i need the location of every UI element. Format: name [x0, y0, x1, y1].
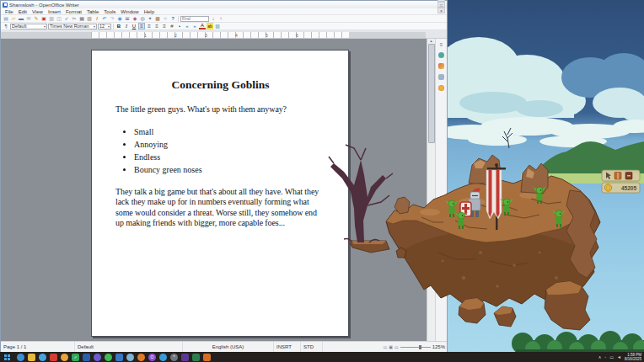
- taskbar-app-12[interactable]: [137, 354, 145, 361]
- taskbar-app-8[interactable]: [94, 354, 101, 361]
- taskbar-app-9[interactable]: [105, 354, 112, 361]
- taskbar-app-1[interactable]: [17, 354, 24, 361]
- taskbar-app-17[interactable]: [192, 354, 200, 361]
- taskbar: ✓O* ∧ ▪▭◄ 1:58 PM 8/16/2025: [0, 352, 644, 362]
- start-button[interactable]: [0, 352, 13, 362]
- taskbar-clock[interactable]: 1:58 PM 8/16/2025: [625, 353, 641, 361]
- system-tray: ∧ ▪▭◄ 1:58 PM 8/16/2025: [598, 353, 644, 361]
- taskbar-apps: ✓O*: [13, 354, 211, 361]
- volume-icon[interactable]: ◄: [617, 355, 621, 359]
- desktop: Shamslosh - OpenOffice Writer –□× FileEd…: [0, 0, 644, 362]
- taskbar-app-7[interactable]: [83, 354, 90, 361]
- taskbar-app-10[interactable]: [115, 354, 123, 361]
- dead-tree: [329, 145, 393, 253]
- file-explorer-icon[interactable]: [28, 354, 35, 361]
- clock-date: 8/16/2025: [625, 357, 641, 361]
- display-icon[interactable]: ▭: [609, 355, 614, 359]
- taskbar-app-16[interactable]: [181, 354, 189, 361]
- tray-app-icon[interactable]: ▪: [605, 355, 607, 359]
- coin-count: 45205: [621, 185, 636, 191]
- taskbar-app-3[interactable]: [39, 354, 46, 361]
- game-overlay[interactable]: 45205: [0, 0, 644, 352]
- taskbar-app-14[interactable]: [159, 354, 167, 361]
- windows-logo-icon: [4, 354, 10, 360]
- taskbar-app-18[interactable]: [203, 354, 211, 361]
- taskbar-app-6[interactable]: ✓: [72, 354, 79, 361]
- taskbar-app-13[interactable]: O: [148, 354, 156, 361]
- taskbar-app-5[interactable]: [61, 354, 68, 361]
- taskbar-app-15[interactable]: *: [170, 354, 178, 361]
- coin-icon: [604, 184, 611, 191]
- taskbar-app-11[interactable]: [126, 354, 134, 361]
- tray-chevron-icon[interactable]: ∧: [598, 355, 602, 359]
- taskbar-app-4[interactable]: [50, 354, 57, 361]
